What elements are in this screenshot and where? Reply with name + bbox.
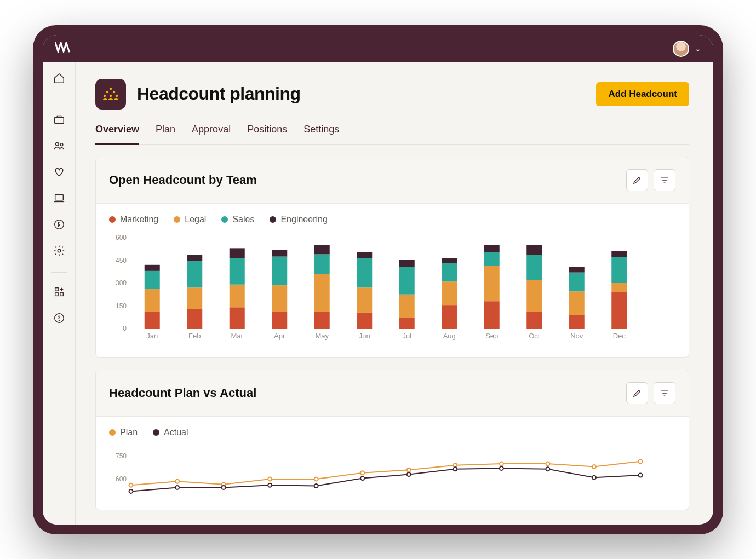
briefcase-icon[interactable]: [53, 113, 65, 128]
svg-text:Mar: Mar: [231, 332, 244, 340]
svg-point-13: [113, 90, 115, 93]
brand-logo[interactable]: [55, 42, 70, 56]
svg-rect-67: [526, 312, 542, 328]
svg-rect-80: [611, 251, 627, 257]
svg-rect-7: [60, 292, 63, 296]
svg-rect-35: [230, 248, 245, 258]
card-open-headcount: Open Headcount by Team MarketingLegalSal…: [95, 157, 689, 358]
svg-rect-6: [55, 287, 58, 291]
tab-approval[interactable]: Approval: [192, 119, 231, 144]
svg-rect-70: [526, 245, 542, 255]
edit-button[interactable]: [626, 382, 648, 404]
svg-rect-38: [272, 285, 287, 312]
currency-icon[interactable]: [53, 218, 65, 233]
top-nav: ⌄: [43, 35, 713, 62]
user-avatar[interactable]: [673, 41, 689, 57]
svg-rect-79: [611, 257, 627, 283]
svg-point-93: [546, 462, 549, 465]
edit-button[interactable]: [626, 169, 648, 191]
laptop-icon[interactable]: [53, 192, 65, 206]
svg-rect-3: [55, 194, 63, 200]
svg-rect-43: [314, 274, 330, 312]
svg-text:Feb: Feb: [188, 332, 201, 340]
legend-item: Legal: [174, 215, 206, 224]
svg-rect-24: [145, 270, 160, 289]
svg-rect-47: [357, 312, 372, 328]
svg-rect-77: [611, 292, 627, 328]
apps-icon[interactable]: [53, 286, 65, 300]
svg-point-14: [104, 94, 106, 96]
svg-rect-28: [187, 287, 202, 309]
svg-rect-63: [484, 266, 500, 301]
svg-rect-49: [357, 258, 372, 287]
svg-point-89: [360, 471, 364, 475]
add-headcount-button[interactable]: Add Headcount: [596, 82, 689, 106]
svg-rect-78: [611, 283, 627, 292]
svg-rect-58: [442, 281, 457, 305]
svg-text:Sep: Sep: [485, 332, 498, 340]
svg-rect-59: [442, 263, 457, 281]
svg-rect-39: [272, 256, 287, 285]
svg-point-104: [500, 466, 503, 470]
chevron-down-icon[interactable]: ⌄: [695, 44, 701, 53]
svg-point-10: [59, 320, 59, 321]
svg-point-88: [314, 477, 318, 481]
heart-icon[interactable]: [53, 166, 65, 180]
bar-chart: 0150300450600JanFebMarAprMayJunJulAugSep…: [109, 232, 675, 344]
filter-button[interactable]: [654, 382, 675, 404]
svg-point-1: [55, 142, 59, 146]
gear-icon[interactable]: [53, 245, 65, 259]
svg-point-84: [129, 483, 133, 487]
svg-rect-30: [187, 255, 202, 261]
svg-rect-25: [145, 264, 160, 270]
svg-point-87: [268, 477, 272, 481]
svg-text:300: 300: [116, 279, 127, 287]
sidebar: [43, 62, 76, 525]
svg-point-102: [407, 472, 411, 476]
svg-rect-37: [272, 312, 287, 328]
svg-rect-34: [230, 258, 245, 284]
tab-bar: OverviewPlanApprovalPositionsSettings: [95, 119, 689, 145]
page-title: Headcount planning: [137, 84, 301, 104]
svg-text:600: 600: [116, 234, 127, 241]
help-icon[interactable]: [53, 312, 65, 326]
svg-text:450: 450: [116, 256, 127, 264]
svg-point-5: [58, 249, 61, 252]
svg-text:Jul: Jul: [402, 332, 411, 340]
svg-rect-54: [399, 267, 415, 294]
svg-rect-68: [526, 280, 542, 312]
tab-settings[interactable]: Settings: [303, 119, 339, 144]
main-content: Headcount planning Add Headcount Overvie…: [76, 62, 713, 525]
legend-item: Plan: [109, 428, 138, 437]
svg-point-101: [360, 476, 364, 480]
svg-rect-8: [55, 292, 58, 296]
svg-rect-72: [569, 315, 585, 329]
svg-text:Apr: Apr: [274, 332, 285, 340]
svg-rect-73: [569, 291, 585, 315]
card-title: Open Headcount by Team: [109, 173, 257, 187]
svg-point-107: [639, 473, 643, 477]
filter-button[interactable]: [654, 169, 675, 191]
line-chart: 600750: [109, 445, 675, 497]
device-frame: ⌄: [33, 25, 723, 534]
screen: ⌄: [43, 35, 713, 525]
svg-point-92: [500, 462, 503, 465]
svg-rect-64: [484, 252, 500, 266]
tab-overview[interactable]: Overview: [95, 119, 139, 145]
chart-legend: PlanActual: [109, 428, 675, 437]
svg-point-106: [592, 475, 596, 479]
svg-rect-50: [357, 252, 372, 258]
svg-point-98: [222, 485, 226, 489]
tab-positions[interactable]: Positions: [247, 119, 287, 144]
svg-point-91: [453, 463, 457, 467]
svg-point-99: [268, 483, 272, 487]
tab-plan[interactable]: Plan: [156, 119, 175, 144]
people-icon[interactable]: [53, 140, 65, 154]
svg-text:150: 150: [116, 302, 127, 309]
app-tile-icon: [95, 79, 126, 110]
svg-point-16: [116, 94, 118, 96]
svg-point-11: [110, 87, 112, 89]
legend-item: Sales: [221, 215, 254, 224]
home-icon[interactable]: [53, 72, 65, 87]
svg-rect-60: [442, 258, 457, 263]
